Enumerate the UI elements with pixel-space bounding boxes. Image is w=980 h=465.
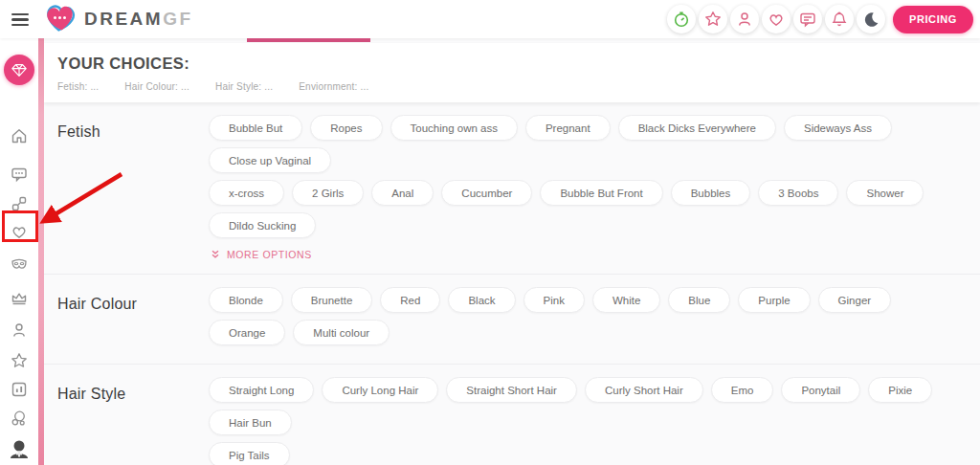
option-pill[interactable]: Black Dicks Everywhere	[618, 115, 776, 141]
choice-summary-item: Hair Style: ...	[215, 81, 273, 92]
option-pill[interactable]: Red	[380, 287, 440, 313]
section-label: Hair Style	[57, 377, 209, 465]
chat-icon	[798, 10, 817, 29]
option-pill[interactable]: Bubble But	[209, 115, 302, 141]
menu-hamburger-button[interactable]	[10, 11, 31, 28]
your-choices-summary: Fetish: ...Hair Colour: ...Hair Style: .…	[57, 81, 967, 92]
dark-mode-button[interactable]	[857, 5, 885, 33]
option-pill[interactable]: 3 Boobs	[758, 180, 838, 206]
option-pill[interactable]: Dildo Sucking	[209, 212, 316, 238]
notifications-bell-icon	[830, 10, 849, 29]
option-pill[interactable]: Bubbles	[671, 180, 751, 206]
star-icon	[10, 351, 29, 370]
profile-button[interactable]	[730, 5, 759, 33]
bonus-timer-icon	[672, 10, 691, 29]
fetish-mask-icon	[10, 255, 29, 274]
community-icon	[10, 409, 29, 428]
profile-icon	[10, 321, 29, 340]
brand-logo[interactable]: DREAMGF	[44, 4, 193, 33]
section-hair-style: Hair Style Straight LongCurly Long HairS…	[44, 365, 980, 465]
your-choices-card: YOUR CHOICES: Fetish: ...Hair Colour: ..…	[44, 43, 980, 102]
red-highlight-box	[2, 210, 38, 242]
sidebar-item-fetish[interactable]	[10, 255, 29, 274]
sidebar-item-gem-avatar[interactable]	[4, 55, 34, 85]
option-pill[interactable]: Pixie	[868, 377, 932, 403]
option-pill[interactable]: Brunette	[291, 287, 372, 313]
option-pill[interactable]: Pig Tails	[209, 442, 290, 465]
section-label: Hair Colour	[57, 287, 209, 352]
favorites-button[interactable]	[762, 5, 791, 33]
active-tab-indicator	[247, 38, 370, 42]
option-pill[interactable]: Shower	[846, 180, 924, 206]
section-fetish: Fetish Bubble ButRopesTouching own assPr…	[44, 102, 980, 275]
brand-name: DREAMGF	[84, 9, 193, 30]
option-pill[interactable]: Ginger	[818, 287, 892, 313]
star-button[interactable]	[699, 5, 727, 33]
option-pill[interactable]: Touching own ass	[390, 115, 518, 141]
main-content: YOUR CHOICES: Fetish: ...Hair Colour: ..…	[44, 38, 980, 465]
sidebar-item-profile[interactable]	[10, 321, 29, 340]
option-pill[interactable]: Emo	[711, 377, 774, 403]
option-pill[interactable]: Pink	[523, 287, 585, 313]
section-hair-colour: Hair Colour BlondeBrunetteRedBlackPinkWh…	[44, 275, 980, 365]
crown-icon	[10, 289, 29, 308]
option-pill[interactable]: Orange	[209, 320, 285, 345]
option-pill[interactable]: Straight Long	[209, 377, 314, 403]
chat-icon	[10, 165, 29, 184]
notifications-button[interactable]	[825, 5, 854, 33]
option-pill[interactable]: Straight Short Hair	[446, 377, 577, 403]
profile-icon	[735, 10, 754, 29]
option-pill[interactable]: Blonde	[209, 287, 283, 313]
sidebar-item-premium[interactable]	[10, 289, 29, 308]
your-choices-title: YOUR CHOICES:	[57, 55, 967, 73]
option-pill[interactable]: 2 Girls	[292, 180, 364, 206]
choice-summary-item: Hair Colour: ...	[124, 81, 189, 92]
hair-colour-options: BlondeBrunetteRedBlackPinkWhiteBluePurpl…	[209, 287, 942, 345]
option-pill[interactable]: Curly Long Hair	[322, 377, 438, 403]
bonus-timer-button[interactable]	[667, 5, 696, 33]
option-pill[interactable]: Pregnant	[525, 115, 611, 141]
home-icon	[10, 126, 29, 145]
sidebar	[0, 38, 38, 465]
option-pill[interactable]: x-cross	[209, 180, 284, 206]
option-pill[interactable]: Hair Bun	[209, 410, 292, 435]
option-pill[interactable]: Black	[448, 287, 515, 313]
fetish-options-row-2: x-cross2 GirlsAnalCucumberBubble But Fro…	[209, 180, 942, 238]
topbar-actions: PRICING	[667, 5, 973, 33]
sidebar-item-user-avatar[interactable]	[8, 438, 31, 461]
fetish-options-row-1: Bubble ButRopesTouching own assPregnantB…	[209, 115, 942, 173]
sidebar-item-starred[interactable]	[10, 351, 29, 370]
option-pill[interactable]: Ponytail	[781, 377, 860, 403]
option-pill[interactable]: Close up Vaginal	[209, 147, 331, 173]
brand-heart-icon	[44, 4, 77, 33]
pink-scrollbar[interactable]	[38, 38, 44, 465]
double-chevron-down-icon	[211, 250, 220, 259]
sidebar-item-home[interactable]	[10, 126, 29, 145]
user-avatar	[8, 438, 31, 461]
sidebar-item-community[interactable]	[10, 409, 29, 428]
top-bar: DREAMGF	[0, 0, 980, 38]
option-pill[interactable]: Purple	[738, 287, 810, 313]
gem-icon	[11, 61, 28, 78]
hair-style-options-row-1: Straight LongCurly Long HairStraight Sho…	[209, 377, 942, 435]
option-pill[interactable]: Bubble But Front	[540, 180, 662, 206]
choice-summary-item: Fetish: ...	[57, 81, 99, 92]
option-pill[interactable]: Anal	[371, 180, 434, 206]
option-pill[interactable]: White	[592, 287, 660, 313]
chat-button[interactable]	[793, 5, 822, 33]
pricing-button[interactable]: PRICING	[893, 6, 973, 33]
more-options-button[interactable]: MORE OPTIONS	[211, 249, 312, 260]
sidebar-item-chat[interactable]	[10, 165, 29, 184]
stats-icon	[10, 380, 29, 399]
dark-mode-moon-icon	[861, 10, 880, 29]
choice-summary-item: Enviornment: ...	[299, 81, 368, 92]
sidebar-item-stats[interactable]	[10, 380, 29, 399]
option-pill[interactable]: Multi colour	[293, 320, 390, 345]
hair-style-options-row-2: Pig Tails	[209, 442, 942, 465]
option-pill[interactable]: Sideways Ass	[784, 115, 892, 141]
option-pill[interactable]: Cucumber	[441, 180, 532, 206]
option-pill[interactable]: Ropes	[310, 115, 382, 141]
dreamgf-app: DREAMGF	[0, 0, 980, 465]
option-pill[interactable]: Blue	[668, 287, 730, 313]
option-pill[interactable]: Curly Short Hair	[585, 377, 703, 403]
